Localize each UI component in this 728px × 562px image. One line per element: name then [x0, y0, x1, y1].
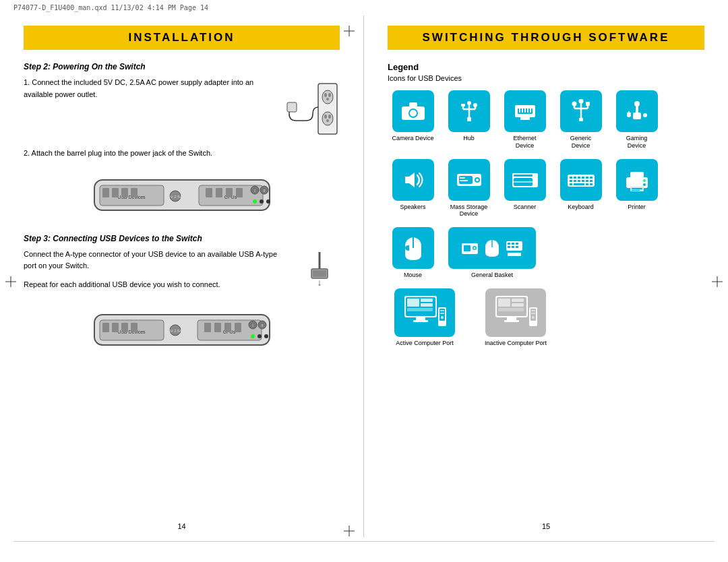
svg-rect-85	[520, 117, 530, 120]
svg-rect-41	[313, 270, 326, 277]
mouse-label: Mouse	[404, 272, 422, 279]
outlet-illustration	[286, 77, 340, 139]
svg-rect-152	[421, 303, 433, 307]
svg-rect-31	[226, 188, 233, 197]
svg-rect-75	[461, 104, 465, 106]
step2-heading: Step 2: Powering On the Switch	[24, 62, 340, 71]
svg-point-14	[322, 112, 333, 125]
svg-point-62	[251, 334, 255, 338]
svg-rect-141	[508, 243, 510, 245]
svg-rect-57	[235, 323, 241, 332]
svg-rect-171	[531, 310, 535, 311]
svg-point-100	[476, 179, 479, 181]
svg-rect-22	[112, 188, 119, 197]
svg-rect-48	[121, 323, 128, 332]
inactive-port-label: Inactive Computer Port	[485, 340, 547, 347]
gaming-label: GamingDevice	[626, 135, 648, 150]
step3-text2: Repeat for each additional USB device yo…	[24, 279, 289, 291]
svg-rect-165	[512, 303, 524, 307]
svg-rect-106	[514, 175, 533, 177]
svg-text:5V 2.5A: 5V 2.5A	[169, 329, 182, 333]
basket-label: General Basket	[471, 272, 513, 279]
svg-rect-123	[570, 183, 572, 185]
svg-rect-118	[574, 180, 576, 182]
svg-rect-56	[224, 323, 231, 332]
svg-rect-122	[590, 180, 593, 182]
svg-rect-121	[586, 180, 588, 182]
icon-keyboard: Keyboard	[555, 159, 606, 211]
svg-rect-21	[102, 188, 109, 197]
svg-rect-131	[632, 190, 640, 191]
svg-rect-155	[413, 320, 428, 322]
active-port-label: Active Computer Port	[396, 340, 454, 347]
icons-row-4: Active Computer Port	[388, 288, 704, 347]
icon-storage: Mass StorageDevice	[444, 159, 494, 218]
svg-rect-128	[630, 172, 644, 179]
svg-point-16	[328, 115, 331, 119]
step3-heading: Step 3: Connecting USB Devices to the Sw…	[24, 234, 340, 243]
svg-text:II: II	[263, 189, 266, 193]
keyboard-label: Keyboard	[568, 204, 594, 211]
svg-rect-136	[464, 245, 471, 251]
svg-point-138	[474, 247, 476, 249]
svg-rect-113	[578, 177, 580, 179]
svg-rect-89	[579, 118, 583, 121]
svg-rect-87	[586, 102, 590, 106]
svg-point-108	[534, 178, 537, 181]
svg-point-63	[257, 334, 262, 338]
svg-point-13	[326, 98, 329, 100]
svg-point-173	[532, 316, 535, 319]
svg-point-38	[260, 199, 264, 204]
svg-rect-83	[527, 108, 528, 113]
svg-rect-164	[512, 299, 524, 302]
svg-point-133	[643, 183, 646, 186]
svg-rect-120	[582, 180, 584, 182]
svg-rect-151	[421, 299, 433, 302]
page-wrapper: P74077-D_F1U400_man.qxd 11/13/02 4:14 PM…	[0, 0, 728, 562]
svg-point-69	[402, 108, 405, 111]
switch-device-illustration-1: USB Devices 5V 2.5A CPUs	[24, 166, 340, 220]
svg-rect-172	[531, 313, 535, 314]
svg-rect-154	[416, 317, 425, 320]
svg-rect-24	[131, 188, 138, 197]
svg-text:II: II	[261, 323, 264, 327]
icon-generic: GenericDevice	[555, 90, 606, 150]
svg-rect-143	[516, 243, 518, 245]
svg-point-67	[410, 110, 417, 117]
svg-rect-130	[632, 188, 642, 189]
installation-header: INSTALLATION	[24, 26, 340, 50]
svg-point-15	[324, 115, 327, 119]
svg-rect-29	[206, 188, 212, 197]
svg-point-11	[324, 93, 327, 97]
svg-rect-150	[407, 299, 419, 307]
svg-rect-116	[590, 177, 593, 179]
legend-title: Legend	[388, 62, 704, 72]
storage-label: Mass StorageDevice	[450, 204, 488, 218]
step2-item2: 2. Attach the barrel plug into the power…	[24, 148, 340, 160]
svg-rect-55	[214, 323, 221, 332]
hub-label: Hub	[463, 135, 475, 142]
svg-rect-127	[626, 177, 648, 188]
left-panel: INSTALLATION Step 2: Powering On the Swi…	[0, 15, 364, 537]
icon-active-port: Active Computer Port	[388, 288, 462, 347]
svg-rect-147	[508, 253, 521, 256]
svg-point-86	[572, 102, 576, 106]
svg-rect-32	[236, 188, 243, 197]
svg-rect-68	[409, 102, 417, 107]
icons-row-2: Speakers	[388, 159, 704, 218]
svg-rect-81	[522, 108, 523, 113]
step3-text1: Connect the A-type connector of your USB…	[24, 249, 289, 272]
svg-rect-96	[628, 111, 630, 115]
speakers-label: Speakers	[400, 204, 425, 211]
svg-point-17	[326, 119, 329, 122]
svg-rect-77	[467, 117, 471, 121]
icon-ethernet: EthernetDevice	[499, 90, 550, 150]
svg-point-132	[643, 179, 646, 182]
icons-row-1: Camera Device	[388, 90, 704, 150]
svg-rect-117	[570, 180, 572, 182]
svg-rect-119	[578, 180, 580, 182]
svg-rect-23	[121, 188, 128, 197]
switch-device-illustration-2: USB Devices 5V 2.5A CPUs I I	[24, 305, 340, 358]
svg-point-76	[473, 103, 477, 107]
printer-label: Printer	[628, 204, 646, 211]
